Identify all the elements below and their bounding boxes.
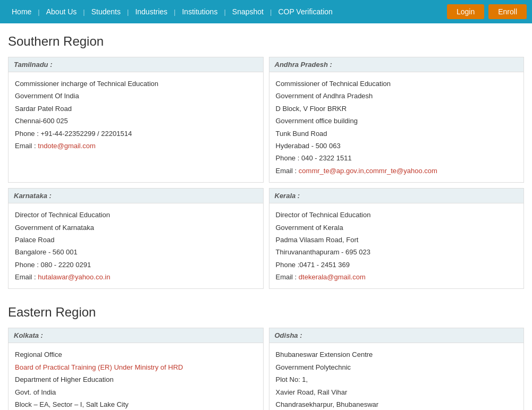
ap-email: Email : commr_te@ap.gov.in,commr_te@yaho… bbox=[276, 165, 518, 177]
ap-line7: Phone : 040 - 2322 1511 bbox=[276, 152, 518, 164]
nav-cop-verification[interactable]: COP Verification bbox=[272, 7, 339, 16]
tn-email-link[interactable]: tndote@gmail.com bbox=[38, 142, 96, 150]
kerala-header: Kerala : bbox=[269, 189, 524, 203]
kl-line4: Thiruvananthapuram - 695 023 bbox=[276, 246, 518, 258]
sep6: | bbox=[270, 8, 272, 16]
sep3: | bbox=[127, 8, 129, 16]
ka-line5: Phone : 080 - 2220 0291 bbox=[15, 259, 257, 271]
ka-line4: Bangalore - 560 001 bbox=[15, 246, 257, 258]
karnataka-header: Karnataka : bbox=[9, 189, 263, 203]
tn-line3: Sardar Patel Road bbox=[15, 102, 257, 115]
navigation: Home | About Us | Students | Industries … bbox=[0, 0, 532, 23]
sep4: | bbox=[174, 8, 175, 16]
odisha-header: Odisha : bbox=[269, 328, 524, 343]
kl-line2: Government of Kerala bbox=[276, 221, 518, 234]
ka-email-link[interactable]: hutalawar@yahoo.co.in bbox=[38, 273, 110, 281]
tn-line5: Phone : +91-44-22352299 / 22201514 bbox=[15, 127, 257, 140]
karnataka-body: Director of Technical Education Governme… bbox=[9, 203, 263, 288]
nav-students[interactable]: Students bbox=[85, 7, 127, 16]
sep2: | bbox=[83, 8, 85, 16]
ka-line2: Government of Karnataka bbox=[15, 221, 257, 234]
kolkata-card: Kolkata : Regional Office Board of Pract… bbox=[8, 328, 264, 410]
karnataka-card: Karnataka : Director of Technical Educat… bbox=[8, 188, 264, 289]
andhra-body: Commissioner of Technical Education Gove… bbox=[269, 72, 524, 182]
kolkata-header: Kolkata : bbox=[9, 328, 263, 343]
ka-line3: Palace Road bbox=[15, 234, 257, 246]
ap-line6: Hyderabad - 500 063 bbox=[276, 140, 518, 152]
kol-line2: Board of Practical Training (ER) Under M… bbox=[15, 361, 257, 373]
kerala-card: Kerala : Director of Technical Education… bbox=[269, 188, 525, 289]
eastern-region: Eastern Region Kolkata : Regional Office… bbox=[8, 305, 524, 410]
ap-line2: Government of Andhra Pradesh bbox=[276, 90, 518, 102]
ka-line1: Director of Technical Education bbox=[15, 209, 257, 221]
nav-home[interactable]: Home bbox=[5, 7, 38, 16]
enroll-button[interactable]: Enroll bbox=[488, 4, 527, 19]
main-content: Southern Region Tamilnadu : Commissioner… bbox=[0, 23, 532, 410]
tn-line4: Chennai-600 025 bbox=[15, 115, 257, 127]
kol-board-link[interactable]: Board of Practical Training (ER) Under M… bbox=[15, 363, 183, 371]
kl-email: Email : dtekerala@gmail.com bbox=[276, 271, 518, 283]
sep5: | bbox=[224, 8, 225, 16]
od-line5: Chandrasekharpur, Bhubaneswar bbox=[276, 398, 518, 410]
od-line4: Xavier Road, Rail Vihar bbox=[276, 386, 518, 398]
ap-email-link[interactable]: commr_te@ap.gov.in,commr_te@yahoo.com bbox=[299, 167, 437, 175]
nav-industries[interactable]: Industries bbox=[129, 7, 174, 16]
tamilnadu-header: Tamilnadu : bbox=[9, 57, 263, 72]
nav-institutions[interactable]: Institutions bbox=[175, 7, 224, 16]
odisha-card: Odisha : Bhubaneswar Extension Centre Go… bbox=[269, 328, 525, 410]
ap-line4: Government office building bbox=[276, 115, 518, 127]
nav-links: Home | About Us | Students | Industries … bbox=[5, 7, 447, 16]
login-button[interactable]: Login bbox=[447, 4, 484, 19]
nav-buttons: Login Enroll bbox=[447, 4, 527, 19]
od-line1: Bhubaneswar Extension Centre bbox=[276, 348, 518, 361]
kol-line5: Block – EA, Sector – I, Salt Lake City bbox=[15, 398, 257, 410]
andhra-card: Andhra Pradesh : Commissioner of Technic… bbox=[269, 57, 525, 183]
ap-line5: Tunk Bund Road bbox=[276, 127, 518, 140]
tn-email: Email : tndote@gmail.com bbox=[15, 140, 257, 152]
kl-line1: Director of Technical Education bbox=[276, 209, 518, 221]
tn-line1: Commissioner incharge of Technical Educa… bbox=[15, 78, 257, 90]
kl-line5: Phone :0471 - 2451 369 bbox=[276, 259, 518, 271]
eastern-region-grid: Kolkata : Regional Office Board of Pract… bbox=[8, 328, 524, 410]
kol-line3: Department of Higher Education bbox=[15, 373, 257, 386]
southern-region-title: Southern Region bbox=[8, 34, 524, 49]
nav-snapshot[interactable]: Snapshot bbox=[226, 7, 270, 16]
andhra-header: Andhra Pradesh : bbox=[269, 57, 524, 72]
tamilnadu-card: Tamilnadu : Commissioner incharge of Tec… bbox=[8, 57, 264, 183]
kol-line1: Regional Office bbox=[15, 348, 257, 361]
kol-line4: Govt. of India bbox=[15, 386, 257, 398]
kl-line3: Padma Vilasam Road, Fort bbox=[276, 234, 518, 246]
kerala-body: Director of Technical Education Governme… bbox=[269, 203, 524, 288]
southern-region-grid: Tamilnadu : Commissioner incharge of Tec… bbox=[8, 57, 524, 289]
od-line3: Plot No: 1, bbox=[276, 373, 518, 386]
ap-line3: D Block, V Floor BRKR bbox=[276, 102, 518, 115]
ka-email: Email : hutalawar@yahoo.co.in bbox=[15, 271, 257, 283]
odisha-body: Bhubaneswar Extension Centre Government … bbox=[269, 343, 524, 410]
eastern-region-title: Eastern Region bbox=[8, 305, 524, 320]
tn-line2: Government Of India bbox=[15, 90, 257, 102]
kolkata-body: Regional Office Board of Practical Train… bbox=[9, 343, 263, 410]
nav-about-us[interactable]: About Us bbox=[40, 7, 83, 16]
ap-line1: Commissioner of Technical Education bbox=[276, 78, 518, 90]
tamilnadu-body: Commissioner incharge of Technical Educa… bbox=[9, 72, 263, 157]
od-line2: Government Polytechnic bbox=[276, 361, 518, 373]
sep1: | bbox=[38, 8, 39, 16]
kl-email-link[interactable]: dtekerala@gmail.com bbox=[299, 273, 366, 281]
